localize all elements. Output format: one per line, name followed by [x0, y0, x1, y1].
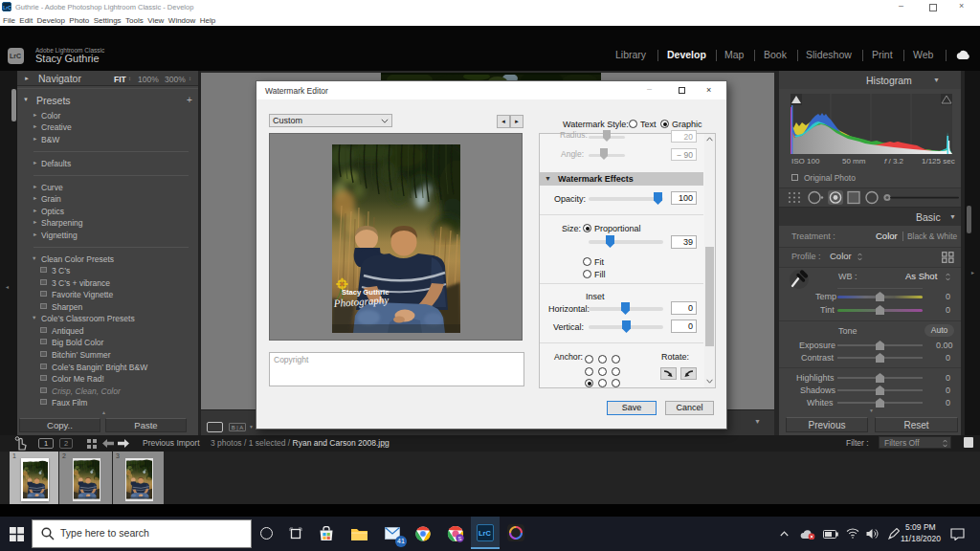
svg-text:S: S — [457, 536, 461, 541]
